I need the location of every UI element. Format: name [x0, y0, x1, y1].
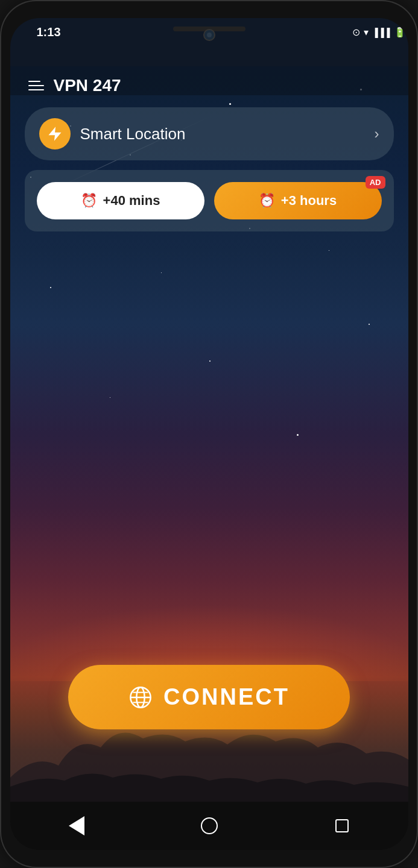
timer-options-container: ⏰ +40 mins AD ⏰ +3 hours: [25, 170, 394, 231]
star: [229, 103, 231, 105]
alarm-clock-icon-1: ⏰: [81, 193, 97, 209]
location-status-icon: ⊙: [352, 27, 360, 38]
star: [329, 250, 329, 251]
battery-status-icon: 🔋: [394, 27, 406, 38]
status-icons: ⊙ ▾ ▐▐▐ 🔋: [352, 27, 406, 38]
recents-square-icon: [335, 819, 349, 832]
back-button[interactable]: [62, 811, 92, 841]
ad-badge: AD: [366, 176, 385, 189]
status-time: 1:13: [37, 25, 61, 39]
connect-area: CONNECT: [10, 665, 408, 729]
timer-40min-button[interactable]: ⏰ +40 mins: [37, 182, 204, 219]
horizon-glow: [10, 500, 408, 681]
star: [110, 397, 110, 398]
app-content: VPN 247 Smart Location › ⏰ +40 mins: [10, 66, 408, 802]
status-header-area: 1:13 ⊙ ▾ ▐▐▐ 🔋: [10, 18, 408, 66]
star: [209, 360, 211, 362]
menu-line-3: [28, 89, 44, 90]
lightning-bolt-icon: [46, 125, 63, 142]
status-bar: 1:13 ⊙ ▾ ▐▐▐ 🔋: [22, 18, 408, 39]
smart-location-row[interactable]: Smart Location ›: [25, 107, 394, 160]
star: [369, 324, 370, 325]
signal-bars-icon: ▐▐▐: [372, 28, 390, 37]
star: [297, 434, 299, 436]
connect-label: CONNECT: [163, 684, 290, 710]
timer-3hours-label: +3 hours: [281, 193, 337, 209]
app-title: VPN 247: [54, 76, 121, 95]
recents-button[interactable]: [327, 811, 357, 841]
home-button[interactable]: [194, 811, 224, 841]
app-header: VPN 247: [10, 66, 408, 95]
menu-line-2: [28, 85, 44, 86]
star: [161, 272, 162, 273]
chevron-right-icon: ›: [375, 125, 379, 142]
timer-40min-label: +40 mins: [103, 193, 160, 209]
globe-icon: [128, 685, 153, 709]
wifi-status-icon: ▾: [364, 27, 369, 38]
star: [50, 287, 51, 288]
timer-3hours-button[interactable]: AD ⏰ +3 hours: [214, 182, 382, 219]
back-triangle-icon: [69, 816, 84, 835]
home-circle-icon: [201, 817, 218, 834]
menu-button[interactable]: [28, 81, 44, 90]
location-icon-wrapper: [39, 118, 71, 149]
alarm-clock-icon-2: ⏰: [259, 193, 275, 209]
system-nav-bar: [10, 802, 408, 850]
location-label: Smart Location: [80, 125, 375, 143]
phone-screen: 1:13 ⊙ ▾ ▐▐▐ 🔋: [10, 18, 408, 850]
menu-line-1: [28, 81, 40, 82]
phone-device: 1:13 ⊙ ▾ ▐▐▐ 🔋: [0, 0, 418, 868]
connect-button[interactable]: CONNECT: [68, 665, 350, 729]
